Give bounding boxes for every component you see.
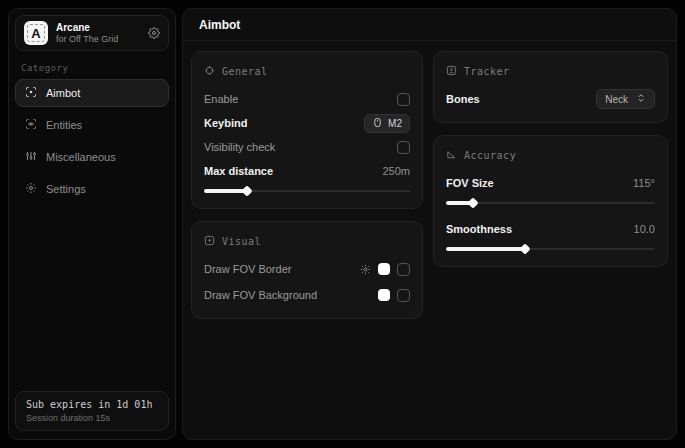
keybind-label: Keybind xyxy=(204,117,247,129)
slider-thumb[interactable] xyxy=(467,197,478,208)
card-title: Tracker xyxy=(464,66,510,77)
slider-thumb[interactable] xyxy=(520,243,531,254)
smoothness-value: 10.0 xyxy=(634,223,655,235)
card-title: Accuracy xyxy=(464,150,516,161)
main-panel: Aimbot General Enable xyxy=(182,8,677,440)
person-box-icon xyxy=(446,62,457,80)
crosshair-icon xyxy=(204,62,215,80)
mouse-icon xyxy=(372,117,383,130)
draw-fov-border-checkbox[interactable] xyxy=(397,263,410,276)
fov-size-slider[interactable] xyxy=(446,198,655,208)
draw-fov-background-row: Draw FOV Background xyxy=(204,284,410,306)
draw-fov-border-row: Draw FOV Border xyxy=(204,258,410,280)
gear-icon[interactable] xyxy=(148,27,160,39)
gear-icon[interactable] xyxy=(360,264,371,275)
max-distance-value: 250m xyxy=(382,165,410,177)
sidebar-item-aimbot[interactable]: Aimbot xyxy=(15,79,169,107)
smoothness-row: Smoothness 10.0 xyxy=(446,218,655,240)
draw-fov-background-checkbox[interactable] xyxy=(397,289,410,302)
main-header: Aimbot xyxy=(183,9,676,41)
max-distance-slider[interactable] xyxy=(204,186,410,196)
draw-fov-background-label: Draw FOV Background xyxy=(204,289,317,301)
visibility-check-label: Visibility check xyxy=(204,141,275,153)
sub-expiry-text: Sub expires in 1d 01h xyxy=(26,399,158,410)
sidebar-item-entities[interactable]: Entities xyxy=(15,111,169,139)
brand-subtitle: for Off The Grid xyxy=(56,34,140,44)
bones-label: Bones xyxy=(446,93,480,105)
visibility-check-checkbox[interactable] xyxy=(397,141,410,154)
fov-size-row: FOV Size 115° xyxy=(446,172,655,194)
page-title: Aimbot xyxy=(199,18,240,32)
draw-fov-border-label: Draw FOV Border xyxy=(204,263,291,275)
card-tracker: Tracker Bones Neck xyxy=(433,51,668,123)
subscription-info-card: Sub expires in 1d 01h Session duration 1… xyxy=(15,391,169,431)
keybind-value: M2 xyxy=(388,118,402,129)
sidebar: A Arcane for Off The Grid Category Aimbo… xyxy=(8,8,176,440)
max-distance-label: Max distance xyxy=(204,165,273,177)
crosshair-scan-icon xyxy=(25,86,37,100)
fov-size-label: FOV Size xyxy=(446,177,494,189)
bones-selected-value: Neck xyxy=(605,94,628,105)
sidebar-item-miscellaneous[interactable]: Miscellaneous xyxy=(15,143,169,171)
content-area: General Enable Keybind M2 xyxy=(183,41,676,329)
fov-size-value: 115° xyxy=(633,177,655,189)
brand-name: Arcane xyxy=(56,22,140,34)
sidebar-item-label: Entities xyxy=(46,119,82,131)
sidebar-item-label: Settings xyxy=(46,183,86,195)
card-title: General xyxy=(222,66,268,77)
chevrons-up-down-icon xyxy=(636,93,646,105)
max-distance-row: Max distance 250m xyxy=(204,160,410,182)
sidebar-item-settings[interactable]: Settings xyxy=(15,175,169,203)
bones-select[interactable]: Neck xyxy=(596,89,655,109)
brand-logo: A xyxy=(24,21,48,45)
card-title: Visual xyxy=(222,236,261,247)
bones-row: Bones Neck xyxy=(446,88,655,110)
fov-background-color-swatch[interactable] xyxy=(378,289,390,301)
sidebar-item-label: Aimbot xyxy=(46,87,80,99)
triangle-ruler-icon xyxy=(446,146,457,164)
category-label: Category xyxy=(21,63,165,73)
smoothness-slider[interactable] xyxy=(446,244,655,254)
fov-border-color-swatch[interactable] xyxy=(378,263,390,275)
sidebar-item-label: Miscellaneous xyxy=(46,151,116,163)
sidebar-nav: Aimbot Entities Miscellaneous Settings xyxy=(15,79,169,203)
sliders-icon xyxy=(25,150,37,164)
card-visual: Visual Draw FOV Border Draw xyxy=(191,221,423,319)
sparkle-icon xyxy=(204,232,215,250)
card-general: General Enable Keybind M2 xyxy=(191,51,423,209)
card-accuracy: Accuracy FOV Size 115° Smoothness 10.0 xyxy=(433,135,668,267)
scan-eye-icon xyxy=(25,118,37,132)
app-window: A Arcane for Off The Grid Category Aimbo… xyxy=(0,0,685,448)
enable-label: Enable xyxy=(204,93,238,105)
enable-row: Enable xyxy=(204,88,410,110)
keybind-button[interactable]: M2 xyxy=(364,114,410,133)
smoothness-label: Smoothness xyxy=(446,223,512,235)
visibility-check-row: Visibility check xyxy=(204,136,410,158)
slider-thumb[interactable] xyxy=(242,185,253,196)
brand-card: A Arcane for Off The Grid xyxy=(15,15,169,51)
gear-icon xyxy=(25,182,37,196)
session-duration-text: Session duration 15s xyxy=(26,413,158,423)
keybind-row: Keybind M2 xyxy=(204,112,410,134)
enable-checkbox[interactable] xyxy=(397,93,410,106)
